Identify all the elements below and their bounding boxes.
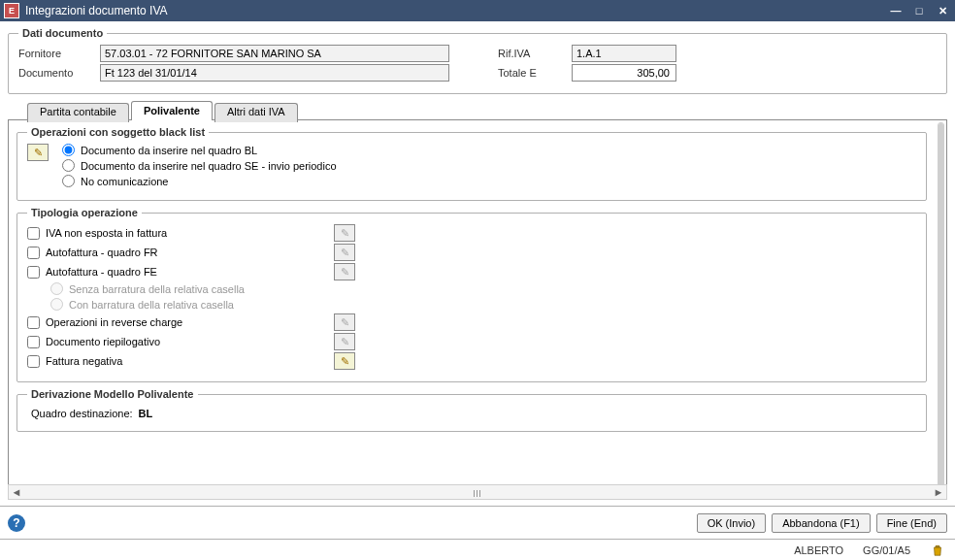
- scrollbar-thumb[interactable]: [939, 123, 943, 494]
- tab-altri-dati-iva[interactable]: Altri dati IVA: [214, 103, 298, 122]
- content-area: Dati documento Fornitore 57.03.01 - 72 F…: [0, 21, 955, 506]
- negativa-checkbox[interactable]: [27, 355, 40, 368]
- pencil-icon: ✎: [341, 227, 349, 240]
- autofattura-fr-edit-button[interactable]: ✎: [334, 244, 355, 261]
- tipologia-group: Tipologia operazione IVA non esposta in …: [16, 207, 927, 382]
- blacklist-radio-se[interactable]: Documento da inserire nel quadro SE - in…: [62, 159, 337, 172]
- derivazione-group: Derivazione Modello Polivalente Quadro d…: [16, 388, 927, 432]
- pencil-icon: ✎: [341, 247, 349, 259]
- rif-iva-value: 1.A.1: [572, 45, 676, 62]
- iva-non-esposta-edit-button[interactable]: ✎: [334, 224, 355, 242]
- destinazione-label: Quadro destinazione:: [31, 408, 133, 419]
- trash-button[interactable]: [930, 543, 945, 558]
- senza-barratura-label: Senza barratura della relativa casella: [69, 283, 245, 295]
- blacklist-radio-no-label: No comunicazione: [81, 176, 169, 187]
- fornitore-value: 57.03.01 - 72 FORNITORE SAN MARINO SA: [100, 45, 449, 62]
- riepilogativo-edit-button[interactable]: ✎: [334, 333, 355, 350]
- totale-label: Totale E: [498, 67, 566, 79]
- con-barratura-radio-input: [50, 298, 63, 311]
- blacklist-radio-bl-label: Documento da inserire nel quadro BL: [81, 145, 257, 156]
- iva-non-esposta-label: IVA non esposta in fattura: [46, 227, 167, 239]
- abbandona-button[interactable]: Abbandona (F1): [772, 513, 871, 533]
- blacklist-radio-no-input[interactable]: [62, 175, 75, 187]
- autofattura-fe-edit-button[interactable]: ✎: [334, 263, 355, 280]
- riepilogativo-label: Documento riepilogativo: [46, 336, 160, 347]
- blacklist-legend: Operazioni con soggetto black list: [27, 126, 209, 138]
- status-user: ALBERTO: [794, 544, 843, 556]
- blacklist-radio-bl-input[interactable]: [62, 144, 75, 156]
- senza-barratura-radio: Senza barratura della relativa casella: [50, 282, 916, 295]
- blacklist-radio-bl[interactable]: Documento da inserire nel quadro BL: [62, 144, 337, 156]
- scroll-grip-icon[interactable]: |||: [470, 485, 485, 499]
- derivazione-legend: Derivazione Modello Polivalente: [27, 388, 198, 400]
- pencil-icon: ✎: [341, 336, 349, 348]
- pencil-icon: ✎: [34, 147, 43, 159]
- autofattura-fe-checkbox[interactable]: [27, 266, 40, 279]
- documento-value: Ft 123 del 31/01/14: [100, 64, 449, 82]
- titlebar: E Integrazioni documento IVA — □ ✕: [0, 0, 955, 21]
- negativa-label: Fattura negativa: [46, 355, 123, 367]
- rif-iva-label: Rif.IVA: [498, 48, 566, 59]
- pencil-icon: ✎: [341, 316, 349, 329]
- window-title: Integrazioni documento IVA: [25, 4, 887, 17]
- pencil-icon: ✎: [341, 266, 349, 279]
- minimize-button[interactable]: —: [887, 4, 905, 17]
- autofattura-fe-label: Autofattura - quadro FE: [46, 266, 157, 278]
- tab-body-polivalente: Operazioni con soggetto black list ✎ Doc…: [8, 119, 947, 498]
- blacklist-edit-button[interactable]: ✎: [27, 144, 49, 161]
- tab-polivalente[interactable]: Polivalente: [131, 101, 213, 120]
- trash-icon: [931, 544, 944, 557]
- destinazione-value: BL: [139, 408, 153, 419]
- statusbar: ALBERTO GG/01/A5: [0, 539, 955, 560]
- pencil-icon: ✎: [341, 355, 349, 368]
- app-icon: E: [4, 3, 19, 18]
- status-session: GG/01/A5: [863, 544, 910, 556]
- dati-documento-group: Dati documento Fornitore 57.03.01 - 72 F…: [8, 27, 947, 94]
- con-barratura-label: Con barratura della relativa casella: [69, 299, 234, 311]
- help-button[interactable]: ?: [8, 514, 25, 532]
- blacklist-radio-no[interactable]: No comunicazione: [62, 175, 337, 187]
- blacklist-radio-se-input[interactable]: [62, 159, 75, 172]
- autofattura-fr-label: Autofattura - quadro FR: [46, 247, 158, 258]
- blacklist-radio-se-label: Documento da inserire nel quadro SE - in…: [81, 160, 337, 172]
- totale-value: 305,00: [572, 64, 676, 82]
- scroll-right-arrow-icon[interactable]: ►: [931, 485, 946, 499]
- fine-button[interactable]: Fine (End): [876, 513, 947, 533]
- ok-button[interactable]: OK (Invio): [697, 513, 767, 533]
- horizontal-scrollbar[interactable]: ◄ ||| ►: [8, 484, 947, 500]
- riepilogativo-checkbox[interactable]: [27, 336, 40, 348]
- footer-toolbar: ? OK (Invio) Abbandona (F1) Fine (End): [0, 506, 955, 539]
- autofattura-fr-checkbox[interactable]: [27, 247, 40, 259]
- tab-partita-contabile[interactable]: Partita contabile: [27, 103, 129, 122]
- fornitore-label: Fornitore: [18, 48, 94, 59]
- reverse-charge-label: Operazioni in reverse charge: [46, 316, 182, 328]
- iva-non-esposta-checkbox[interactable]: [27, 227, 40, 240]
- reverse-charge-edit-button[interactable]: ✎: [334, 313, 355, 331]
- documento-label: Documento: [18, 67, 94, 79]
- dati-documento-legend: Dati documento: [18, 27, 107, 39]
- senza-barratura-radio-input: [50, 282, 63, 295]
- blacklist-group: Operazioni con soggetto black list ✎ Doc…: [16, 126, 927, 201]
- negativa-edit-button[interactable]: ✎: [334, 352, 355, 370]
- vertical-scrollbar[interactable]: [938, 122, 944, 495]
- tabs-container: Partita contabile Polivalente Altri dati…: [8, 100, 947, 498]
- reverse-charge-checkbox[interactable]: [27, 316, 40, 329]
- tipologia-legend: Tipologia operazione: [27, 207, 142, 218]
- scroll-left-arrow-icon[interactable]: ◄: [9, 485, 24, 499]
- close-button[interactable]: ✕: [934, 4, 951, 17]
- con-barratura-radio: Con barratura della relativa casella: [50, 298, 916, 311]
- maximize-button[interactable]: □: [910, 4, 928, 17]
